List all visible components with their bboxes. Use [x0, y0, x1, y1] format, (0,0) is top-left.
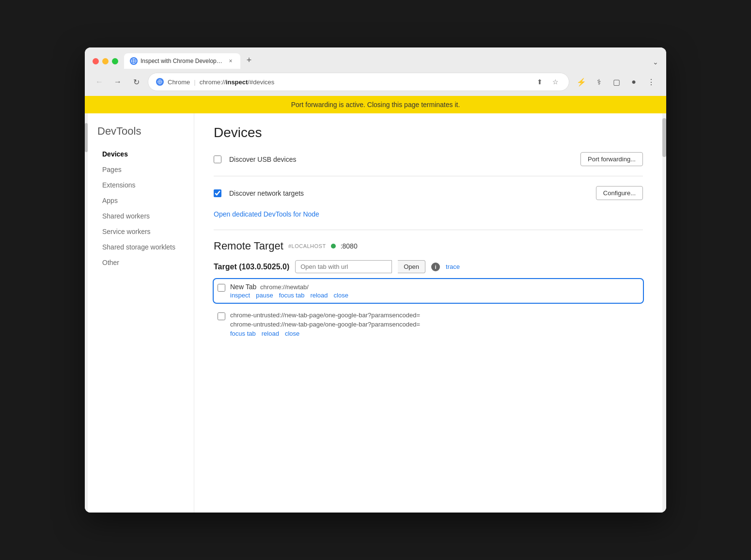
- trace-link[interactable]: trace: [446, 263, 460, 270]
- tab-item-untrusted: chrome-untrusted://new-tab-page/one-goog…: [214, 308, 643, 341]
- content-area: Devices Discover USB devices Port forwar…: [194, 113, 662, 513]
- tab-close-button[interactable]: ×: [227, 57, 235, 65]
- tab-newtab-actions: inspect pause focus tab reload close: [230, 292, 639, 299]
- title-bar: Inspect with Chrome Develope... × + ⌄: [85, 47, 666, 69]
- new-tab-button[interactable]: +: [242, 53, 256, 67]
- pause-link[interactable]: pause: [256, 292, 273, 299]
- tabs-row: Inspect with Chrome Develope... × + ⌄: [124, 53, 658, 69]
- extensions-icon[interactable]: ⚡: [574, 75, 589, 89]
- url-inspect: inspect: [226, 78, 248, 86]
- address-separator: |: [194, 78, 195, 86]
- main-content: DevTools Devices Pages Extensions Apps S…: [85, 113, 666, 513]
- remote-target-title: Remote Target: [214, 240, 283, 252]
- active-tab[interactable]: Inspect with Chrome Develope... ×: [124, 53, 240, 69]
- green-dot-icon: [331, 244, 336, 249]
- toolbar-icons: ⚡ ⚕ ▢ ● ⋮: [574, 75, 658, 89]
- profile-icon[interactable]: ●: [626, 75, 641, 89]
- page-title: Devices: [214, 125, 643, 140]
- window-controls: [93, 58, 118, 64]
- close-button[interactable]: [93, 58, 99, 64]
- info-icon[interactable]: i: [431, 263, 440, 271]
- right-scrollbar[interactable]: [662, 113, 666, 513]
- tab-list-chevron[interactable]: ⌄: [653, 58, 658, 66]
- discover-network-row: Discover network targets Configure...: [214, 186, 643, 200]
- tab-item-newtab: New Tab chrome://newtab/ inspect pause f…: [214, 279, 643, 303]
- reload-link[interactable]: reload: [310, 292, 328, 299]
- tab-untrusted-url1: chrome-untrusted://new-tab-page/one-goog…: [230, 311, 639, 319]
- discover-network-label: Discover network targets: [229, 189, 588, 197]
- tab-untrusted-content: chrome-untrusted://new-tab-page/one-goog…: [230, 311, 639, 337]
- tab-newtab-checkbox[interactable]: [218, 284, 225, 292]
- tab-newtab-title: New Tab chrome://newtab/: [230, 283, 639, 291]
- sidebar-item-shared-workers[interactable]: Shared workers: [97, 209, 184, 223]
- port-forwarding-banner: Port forwarding is active. Closing this …: [85, 96, 666, 113]
- divider-2: [214, 230, 643, 230]
- discover-network-checkbox[interactable]: [214, 189, 221, 197]
- address-url: chrome://inspect/#devices: [200, 78, 275, 86]
- address-bar[interactable]: Chrome | chrome://inspect/#devices ⬆ ☆: [148, 73, 569, 91]
- discover-usb-checkbox[interactable]: [214, 156, 221, 163]
- focus-tab-link[interactable]: focus tab: [279, 292, 305, 299]
- sidebar-toggle-icon[interactable]: ▢: [609, 75, 624, 89]
- lab-icon[interactable]: ⚕: [592, 75, 606, 89]
- bookmark-icon[interactable]: ☆: [549, 76, 561, 88]
- sidebar-item-extensions[interactable]: Extensions: [97, 178, 184, 192]
- close-link[interactable]: close: [334, 292, 348, 299]
- tab-untrusted-url2: chrome-untrusted://new-tab-page/one-goog…: [230, 321, 639, 328]
- back-button[interactable]: ←: [93, 75, 106, 89]
- open-button[interactable]: Open: [398, 260, 425, 273]
- sidebar: DevTools Devices Pages Extensions Apps S…: [88, 113, 194, 513]
- refresh-button[interactable]: ↻: [129, 75, 143, 89]
- tab-favicon: [130, 57, 138, 65]
- port-forwarding-button[interactable]: Port forwarding...: [580, 152, 643, 166]
- untrusted-close-link[interactable]: close: [285, 330, 299, 337]
- devtools-node-link[interactable]: Open dedicated DevTools for Node: [214, 210, 319, 218]
- tab-newtab-url-inline: chrome://newtab/: [260, 283, 309, 291]
- banner-text: Port forwarding is active. Closing this …: [291, 101, 460, 109]
- discover-usb-row: Discover USB devices Port forwarding...: [214, 152, 643, 166]
- menu-icon[interactable]: ⋮: [644, 75, 658, 89]
- target-header-row: Target (103.0.5025.0) Open i trace: [214, 260, 643, 273]
- untrusted-reload-link[interactable]: reload: [262, 330, 279, 337]
- maximize-button[interactable]: [112, 58, 118, 64]
- tab-untrusted-actions: focus tab reload close: [230, 330, 639, 337]
- tab-newtab-content: New Tab chrome://newtab/ inspect pause f…: [230, 283, 639, 299]
- tab-untrusted-checkbox[interactable]: [218, 312, 225, 320]
- sidebar-item-pages[interactable]: Pages: [97, 163, 184, 176]
- port-label: :8080: [341, 242, 358, 250]
- sidebar-title: DevTools: [97, 125, 184, 138]
- localhost-badge: #LOCALHOST: [288, 243, 326, 249]
- untrusted-focus-tab-link[interactable]: focus tab: [230, 330, 256, 337]
- address-bar-row: ← → ↻ Chrome | chrome://inspect/#devices…: [85, 69, 666, 96]
- forward-button[interactable]: →: [111, 75, 125, 89]
- open-tab-input[interactable]: [295, 260, 392, 273]
- sidebar-item-shared-storage[interactable]: Shared storage worklets: [97, 240, 184, 254]
- url-prefix: chrome://: [200, 78, 226, 86]
- sidebar-nav: Devices Pages Extensions Apps Shared wor…: [97, 147, 184, 269]
- remote-target-header: Remote Target #LOCALHOST :8080: [214, 240, 643, 252]
- tab-newtab-name: New Tab: [230, 283, 256, 291]
- url-suffix: /#devices: [248, 78, 274, 86]
- address-favicon: [156, 78, 164, 86]
- browser-window: Inspect with Chrome Develope... × + ⌄ ← …: [85, 47, 666, 513]
- chrome-label: Chrome: [168, 78, 190, 86]
- minimize-button[interactable]: [102, 58, 109, 64]
- sidebar-item-other[interactable]: Other: [97, 256, 184, 269]
- sidebar-item-devices[interactable]: Devices: [97, 147, 184, 161]
- right-scroll-thumb: [662, 118, 666, 157]
- target-name: Target (103.0.5025.0): [214, 263, 289, 271]
- configure-button[interactable]: Configure...: [596, 186, 643, 200]
- sidebar-item-service-workers[interactable]: Service workers: [97, 225, 184, 238]
- divider-1: [214, 176, 643, 176]
- share-icon[interactable]: ⬆: [534, 76, 546, 88]
- inspect-link[interactable]: inspect: [230, 292, 250, 299]
- discover-usb-label: Discover USB devices: [229, 156, 573, 163]
- address-icons: ⬆ ☆: [534, 76, 561, 88]
- tab-title: Inspect with Chrome Develope...: [141, 58, 224, 64]
- sidebar-item-apps[interactable]: Apps: [97, 194, 184, 207]
